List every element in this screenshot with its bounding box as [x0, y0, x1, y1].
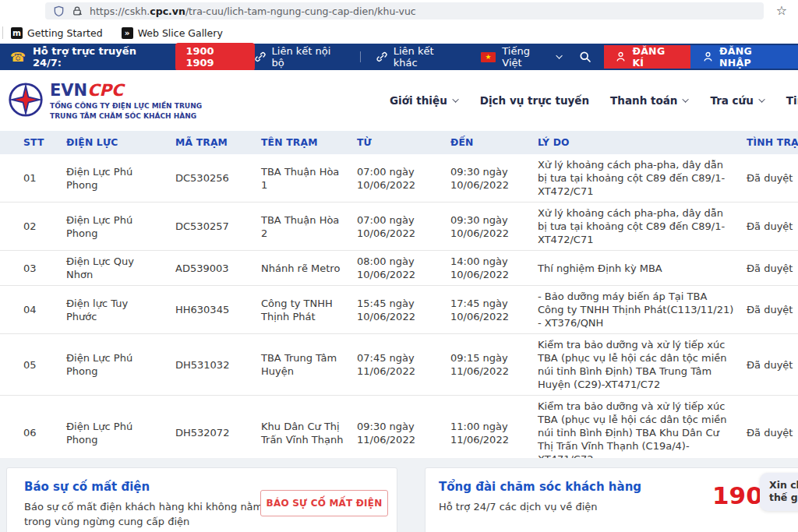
bookmark-web-slice-gallery[interactable]: » Web Slice Gallery	[122, 27, 223, 39]
cell-ten-tram: TBA Trung Tâm Huyện	[261, 351, 357, 378]
col-ma-tram: MÃ TRẠM	[175, 137, 261, 148]
cell-ly-do: Kiểm tra bảo dưỡng và xử lý tiếp xúc TBA…	[538, 338, 747, 391]
table-body: 01 Điện Lực Phú Phong DC530256 TBA Thuận…	[0, 154, 798, 470]
cell-tinh-trang: Đã duyệt	[747, 171, 798, 185]
chevron-down-icon	[683, 96, 689, 102]
shield-icon[interactable]	[53, 5, 65, 17]
cell-ma-tram: DH531032	[175, 358, 261, 372]
cell-tu: 07:00 ngày 10/06/2022	[357, 213, 450, 240]
link-icon	[255, 51, 266, 62]
cell-ma-tram: DC530257	[175, 220, 261, 233]
bookmark-star-icon[interactable]: ☆	[776, 3, 787, 19]
footer: Báo sự cố mất điện Báo sự cố mất điện kh…	[0, 458, 798, 532]
table-header-row: STT ĐIỆN LỰC MÃ TRẠM TÊN TRẠM TỪ ĐẾN LÝ …	[0, 131, 798, 154]
chat-line-1: Xin chào	[769, 479, 798, 491]
cell-dien-luc: Điện Lực Phú Phong	[66, 351, 175, 378]
logo-subtitle-1: TỔNG CÔNG TY ĐIỆN LỰC MIỀN TRUNG	[50, 101, 202, 111]
language-label: Tiếng Việt	[502, 45, 551, 69]
nav-thanh-toan[interactable]: Thanh toán	[610, 94, 689, 107]
cell-den: 11:00 ngày 11/06/2022	[450, 420, 538, 446]
getting-started-icon: m	[11, 27, 23, 39]
report-card-description: Báo sự cố mất điện khách hàng khi không …	[24, 499, 264, 529]
cell-tinh-trang: Đã duyệt	[747, 358, 798, 372]
other-links-label: Liên kết khác	[394, 45, 459, 69]
cell-den: 09:15 ngày 11/06/2022	[450, 351, 538, 378]
outage-table: STT ĐIỆN LỰC MÃ TRẠM TÊN TRẠM TỪ ĐẾN LÝ …	[0, 131, 798, 470]
cell-tinh-trang: Đã duyệt	[747, 426, 798, 439]
other-links-button[interactable]: Liên kết khác	[376, 45, 459, 69]
chevron-down-icon	[452, 96, 458, 102]
url-text: https://cskh.cpc.vn/tra-cuu/lich-tam-ngu…	[90, 5, 416, 17]
nav-tra-cuu[interactable]: Tra cứu	[710, 94, 764, 107]
cell-den: 14:00 ngày 10/06/2022	[450, 255, 538, 281]
col-den: ĐẾN	[450, 137, 538, 148]
evncpc-logo[interactable]: EVNCPC TỔNG CÔNG TY ĐIỆN LỰC MIỀN TRUNG …	[8, 82, 202, 122]
cell-ly-do: - Bảo dưỡng máy biến áp Tại TBA Công ty …	[538, 290, 747, 329]
cell-ten-tram: TBA Thuận Hòa 1	[261, 165, 357, 192]
bookmarks-bar: m Getting Started » Web Slice Gallery	[0, 22, 798, 44]
user-icon	[616, 51, 626, 62]
cell-tinh-trang: Đã duyệt	[747, 262, 798, 275]
support-hotline: ☎ Hỗ trợ trực truyến 24/7: 1900 1909	[0, 44, 255, 70]
table-row: 02 Điện Lực Phú Phong DC530257 TBA Thuận…	[0, 203, 798, 251]
login-button[interactable]: ĐĂNG NHẬP	[690, 45, 798, 69]
login-label: ĐĂNG NHẬP	[719, 45, 786, 69]
col-ly-do: LÝ DO	[538, 137, 747, 148]
cell-ma-tram: DC530256	[175, 171, 261, 185]
cell-stt: 01	[23, 171, 66, 185]
bookmark-label: Getting Started	[27, 27, 103, 39]
col-stt: STT	[23, 137, 66, 148]
support-label: Hỗ trợ trực truyến 24/7:	[33, 45, 166, 69]
cell-tu: 07:00 ngày 10/06/2022	[357, 165, 450, 192]
nav-dich-vu-truc-tuyen[interactable]: Dịch vụ trực tuyến	[480, 94, 589, 107]
chat-line-2: thế giúp	[769, 491, 798, 504]
col-tinh-trang: TÌNH TRẠNG	[747, 137, 798, 148]
col-ten-tram: TÊN TRẠM	[261, 137, 357, 148]
nav-gioi-thieu[interactable]: Giới thiệu	[390, 94, 459, 107]
hotline-card-description: Hỗ trợ 24/7 các dịch vụ về điện	[439, 499, 679, 514]
language-selector[interactable]: ★ Tiếng Việt	[481, 45, 562, 69]
lock-icon[interactable]	[72, 5, 83, 16]
bookmark-getting-started[interactable]: m Getting Started	[11, 27, 103, 39]
cell-ly-do: Kiểm tra bảo dưỡng và xử lý tiếp xúc TBA…	[538, 400, 747, 466]
logo-evn: EVN	[50, 81, 87, 100]
cell-ly-do: Xử lý khoảng cách pha-pha, dây dẫn bị tư…	[538, 158, 747, 198]
col-dien-luc: ĐIỆN LỰC	[66, 137, 175, 148]
cell-tu: 07:45 ngày 11/06/2022	[357, 351, 450, 378]
cell-dien-luc: Điện Lực Quy Nhơn	[66, 255, 175, 281]
cell-den: 09:30 ngày 10/06/2022	[450, 165, 538, 192]
evn-star-logo-icon	[8, 82, 44, 122]
topbar-menu: Liên kết nội bộ Liên kết khác ★ Tiếng Vi…	[255, 44, 798, 70]
phone-icon: ☎	[10, 50, 26, 65]
cell-ma-tram: DH532072	[175, 426, 261, 439]
topbar-separator	[360, 51, 361, 62]
cell-tu: 15:45 ngày 10/06/2022	[357, 297, 450, 323]
cell-ma-tram: HH630345	[175, 303, 261, 316]
chevron-down-icon	[556, 52, 562, 58]
internal-links-button[interactable]: Liên kết nội bộ	[255, 45, 344, 69]
cell-dien-luc: Điện Lực Phú Phong	[66, 213, 175, 240]
report-outage-card: Báo sự cố mất điện Báo sự cố mất điện kh…	[6, 467, 397, 532]
table-row: 04 Điện lực Tuy Phước HH630345 Công ty T…	[0, 286, 798, 334]
logo-text: EVNCPC TỔNG CÔNG TY ĐIỆN LỰC MIỀN TRUNG …	[50, 82, 202, 122]
col-tu: TỪ	[357, 137, 450, 148]
register-button[interactable]: ĐĂNG KÍ	[604, 45, 690, 69]
browser-window: https://cskh.cpc.vn/tra-cuu/lich-tam-ngu…	[0, 0, 798, 532]
cell-stt: 06	[23, 426, 66, 439]
logo-cpc: CPC	[87, 81, 123, 100]
nav-tin-tuc[interactable]: Tin tức	[786, 94, 798, 107]
cell-dien-luc: Điện Lực Phú Phong	[66, 420, 175, 446]
chat-bubble[interactable]: Xin chào thế giúp	[760, 473, 798, 511]
cell-ten-tram: Khu Dân Cư Thị Trấn Vĩnh Thạnh	[261, 420, 357, 446]
cell-ly-do: Xử lý khoảng cách pha-pha, dây dẫn bị tư…	[538, 206, 747, 246]
table-row: 05 Điện Lực Phú Phong DH531032 TBA Trung…	[0, 334, 798, 396]
report-outage-button[interactable]: BÁO SỰ CỐ MẤT ĐIỆN	[260, 490, 388, 516]
cell-den: 17:45 ngày 10/06/2022	[450, 297, 538, 323]
cell-stt: 03	[23, 262, 66, 275]
cell-tu: 08:00 ngày 10/06/2022	[357, 255, 450, 281]
url-bar[interactable]: https://cskh.cpc.vn/tra-cuu/lich-tam-ngu…	[45, 2, 764, 19]
search-button[interactable]	[579, 51, 591, 63]
web-slice-icon: »	[122, 27, 133, 39]
user-icon	[703, 51, 713, 62]
cell-ten-tram: TBA Thuận Hòa 2	[261, 213, 357, 240]
